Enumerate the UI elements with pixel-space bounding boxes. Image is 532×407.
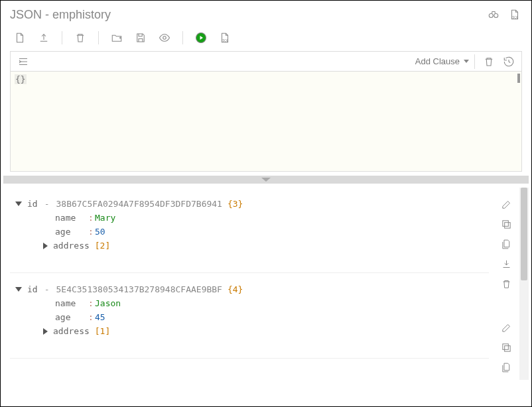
toolbar-separator — [62, 31, 62, 44]
title-bar: JSON - emphistory SQL — [1, 1, 531, 27]
id-key: id — [27, 199, 38, 209]
copy-icon[interactable] — [499, 217, 513, 231]
svg-point-3 — [163, 36, 166, 40]
field-row: name : Jason — [15, 296, 484, 310]
dash-separator: - — [43, 199, 51, 209]
duplicate-doc-icon[interactable] — [499, 237, 513, 251]
add-clause-label: Add Clause — [415, 56, 460, 66]
edit-icon[interactable] — [499, 320, 513, 335]
add-clause-dropdown[interactable]: Add Clause — [410, 55, 474, 68]
svg-text:SQL: SQL — [512, 16, 519, 19]
field-count-badge: {4} — [228, 284, 243, 294]
field-row: age : 45 — [15, 310, 484, 324]
expand-toggle[interactable] — [43, 243, 48, 249]
query-editor: Add Clause {} — [10, 51, 522, 172]
line-marker — [517, 74, 520, 83]
colon: : — [87, 298, 95, 308]
page-title: JSON - emphistory — [10, 8, 111, 22]
main-toolbar: SQL — [1, 27, 531, 51]
pane-splitter[interactable] — [3, 176, 529, 184]
svg-point-1 — [494, 14, 498, 18]
save-icon[interactable] — [133, 30, 148, 45]
chevron-down-icon — [464, 60, 469, 63]
clear-editor-icon[interactable] — [482, 54, 496, 69]
upload-icon[interactable] — [36, 30, 51, 45]
colon: : — [87, 213, 95, 223]
download-icon[interactable] — [499, 257, 513, 271]
field-key: age — [55, 227, 87, 237]
field-value: Mary — [95, 213, 115, 223]
result-document: id - 5E4C351380534137B278948CFAAE9BBF {4… — [10, 273, 489, 359]
results-pane: id - 38B67C5FA0294A7F8954DF3DFD7B6941 {3… — [10, 188, 529, 380]
folder-open-icon[interactable] — [109, 30, 124, 45]
collapse-toggle[interactable] — [15, 287, 22, 292]
colon: : — [87, 312, 95, 322]
eye-icon[interactable] — [157, 30, 172, 45]
title-actions: SQL — [486, 7, 522, 22]
sql-document-icon[interactable]: SQL — [218, 30, 232, 45]
svg-rect-9 — [502, 343, 508, 349]
history-icon[interactable] — [501, 54, 516, 69]
run-button[interactable] — [194, 30, 208, 45]
binoculars-icon[interactable] — [486, 7, 501, 22]
svg-rect-7 — [502, 220, 508, 226]
field-value: 50 — [95, 227, 105, 237]
field-row: name : Mary — [15, 211, 484, 225]
svg-point-0 — [489, 14, 493, 18]
results-list: id - 38B67C5FA0294A7F8954DF3DFD7B6941 {3… — [10, 188, 493, 380]
colon: : — [87, 227, 95, 237]
toolbar-separator — [98, 31, 99, 44]
field-count-badge: {3} — [228, 199, 243, 209]
editor-content: {} — [15, 74, 27, 84]
expand-toggle[interactable] — [43, 328, 48, 335]
result-actions — [493, 188, 519, 380]
array-count-badge: [1] — [95, 326, 110, 336]
nested-key: address — [53, 326, 90, 336]
format-indent-icon[interactable] — [16, 54, 31, 69]
collapse-toggle[interactable] — [15, 202, 22, 206]
new-document-icon[interactable] — [13, 30, 27, 45]
editor-textarea[interactable]: {} — [11, 72, 521, 171]
id-value: 38B67C5FA0294A7F8954DF3DFD7B6941 — [56, 199, 222, 209]
editor-header: Add Clause — [11, 52, 521, 72]
toolbar-separator — [182, 31, 183, 44]
field-key: name — [55, 298, 87, 308]
copy-icon[interactable] — [499, 340, 513, 355]
scrollbar-thumb[interactable] — [521, 188, 527, 280]
duplicate-doc-icon[interactable] — [499, 360, 513, 375]
svg-rect-8 — [504, 345, 510, 351]
export-sql-icon[interactable]: SQL — [507, 7, 522, 22]
field-key: name — [55, 213, 87, 223]
field-row: age : 50 — [15, 225, 484, 239]
results-scrollbar[interactable] — [519, 188, 529, 380]
field-value: 45 — [95, 312, 105, 322]
svg-text:SQL: SQL — [222, 39, 229, 42]
svg-rect-6 — [504, 222, 510, 228]
array-count-badge: [2] — [95, 241, 110, 251]
nested-key: address — [53, 241, 90, 251]
id-value: 5E4C351380534137B278948CFAAE9BBF — [56, 284, 222, 294]
result-document: id - 38B67C5FA0294A7F8954DF3DFD7B6941 {3… — [10, 188, 489, 273]
field-value: Jason — [95, 298, 121, 308]
id-key: id — [27, 284, 38, 294]
trash-icon[interactable] — [73, 30, 88, 45]
field-key: age — [55, 312, 87, 322]
dash-separator: - — [43, 284, 51, 294]
edit-icon[interactable] — [499, 197, 513, 211]
delete-icon[interactable] — [499, 276, 513, 291]
